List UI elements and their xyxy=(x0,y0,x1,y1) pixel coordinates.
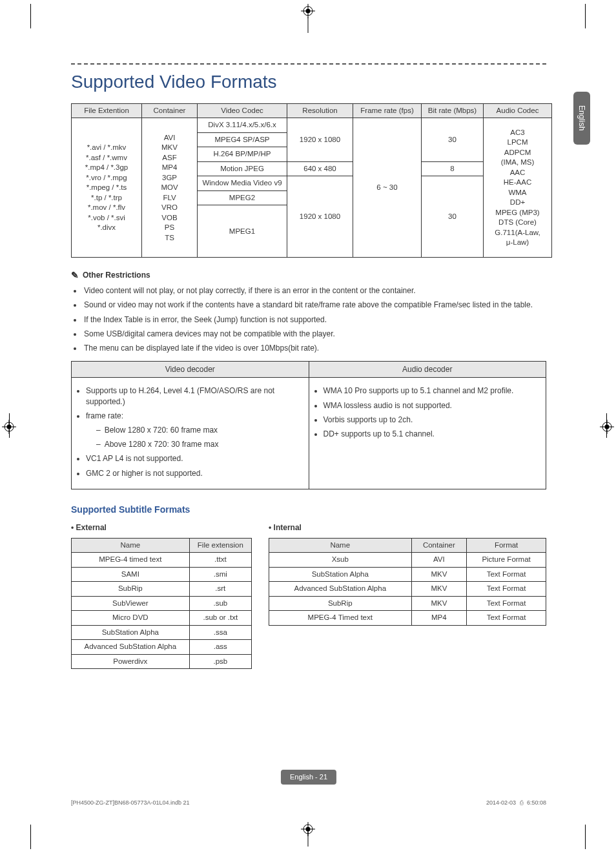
external-subtitle-column: External Name File extension MPEG-4 time… xyxy=(71,522,252,670)
table-cell: .smi xyxy=(189,567,251,582)
table-cell: AVI xyxy=(411,553,467,568)
registration-mark-icon xyxy=(301,822,315,836)
table-cell: MPEG-4 timed text xyxy=(72,553,190,568)
cell-container: AVI MKV ASF MP4 3GP MOV FLV VRO VOB PS T… xyxy=(142,118,198,258)
cell-codec: Motion JPEG xyxy=(198,161,287,176)
registration-mark-icon xyxy=(600,420,614,434)
footer-time: 6:50:08 xyxy=(527,799,546,807)
cell-bitrate-mj: 8 xyxy=(422,161,484,176)
table-cell: SAMI xyxy=(72,567,190,582)
table-cell: MKV xyxy=(411,567,467,582)
subtitle-section-title: Supported Subtitle Formats xyxy=(71,504,546,516)
list-item: Above 1280 x 720: 30 frame max xyxy=(96,439,302,449)
crop-mark xyxy=(308,17,309,33)
other-restrictions-heading: ✎Other Restrictions xyxy=(71,269,546,282)
table-cell: Picture Format xyxy=(467,553,546,568)
th-name: Name xyxy=(269,538,412,553)
print-icon: ⎙ xyxy=(520,799,523,807)
th-video-decoder: Video decoder xyxy=(72,362,309,378)
list-item: WMA lossless audio is not supported. xyxy=(323,400,540,411)
table-cell: Text Format xyxy=(467,582,546,597)
table-cell: Text Format xyxy=(467,596,546,611)
table-cell: SubRip xyxy=(72,582,190,597)
table-cell: SubStation Alpha xyxy=(269,567,412,582)
table-cell: Advanced SubStation Alpha xyxy=(72,640,190,655)
external-subtitle-table: Name File extension MPEG-4 timed text.tt… xyxy=(71,538,252,670)
cell-codec: MPEG2 xyxy=(198,190,287,205)
registration-mark-icon xyxy=(2,420,16,434)
cell-res-mj: 640 x 480 xyxy=(287,161,353,176)
list-item: If the Index Table is in error, the Seek… xyxy=(83,314,546,325)
external-label: External xyxy=(71,522,252,533)
table-cell: MP4 xyxy=(411,611,467,626)
list-item: GMC 2 or higher is not supported. xyxy=(86,468,302,478)
table-cell: Text Format xyxy=(467,567,546,582)
crop-mark xyxy=(30,825,31,849)
cell-codec: MPEG1 xyxy=(198,205,287,258)
list-item: VC1 AP L4 is not supported. xyxy=(86,453,302,464)
footer-indb: [PH4500-ZG-ZT]BN68-05773A-01L04.indb 21 xyxy=(71,799,190,807)
th-name: Name xyxy=(72,538,190,553)
table-cell: .sub or .txt xyxy=(189,611,251,626)
list-item: WMA 10 Pro supports up to 5.1 channel an… xyxy=(323,385,540,396)
restrictions-list: Video content will not play, or not play… xyxy=(83,285,546,353)
list-item-label: frame rate: xyxy=(86,411,123,420)
cell-bitrate-top: 30 xyxy=(422,118,484,162)
table-cell: .srt xyxy=(189,582,251,597)
list-item: Supports up to H.264, Level 4.1 (FMO/ASO… xyxy=(86,385,302,406)
table-cell: .ass xyxy=(189,640,251,655)
th-frame-rate: Frame rate (fps) xyxy=(353,103,422,118)
table-cell: .psb xyxy=(189,654,251,669)
list-item: The menu can be displayed late if the vi… xyxy=(83,343,546,353)
internal-subtitle-column: Internal Name Container Format XsubAVIPi… xyxy=(269,522,546,626)
page-number-label: English - 21 xyxy=(281,770,336,785)
footer-date: 2014-02-03 xyxy=(486,799,516,807)
crop-mark xyxy=(585,825,586,849)
other-restrictions-label: Other Restrictions xyxy=(83,271,150,280)
list-item: Sound or video may not work if the conte… xyxy=(83,300,546,310)
cell-frame-rate: 6 ~ 30 xyxy=(353,118,422,258)
th-container: Container xyxy=(142,103,198,118)
table-cell: SubRip xyxy=(269,596,412,611)
list-item: frame rate: Below 1280 x 720: 60 frame m… xyxy=(86,411,302,450)
table-cell: Powerdivx xyxy=(72,654,190,669)
th-container: Container xyxy=(411,538,467,553)
list-item: Below 1280 x 720: 60 frame max xyxy=(96,425,302,435)
note-icon: ✎ xyxy=(71,269,79,282)
list-item: Some USB/digital camera devices may not … xyxy=(83,329,546,339)
crop-mark xyxy=(585,4,586,28)
list-item: Vorbis supports up to 2ch. xyxy=(323,415,540,425)
list-item: Video content will not play, or not play… xyxy=(83,285,546,296)
subtitle-columns: External Name File extension MPEG-4 time… xyxy=(71,522,546,670)
cell-codec: MPEG4 SP/ASP xyxy=(198,132,287,147)
th-video-codec: Video Codec xyxy=(198,103,287,118)
decoder-table: Video decoder Audio decoder Supports up … xyxy=(71,361,546,489)
footer-datetime: 2014-02-03 ⎙ 6:50:08 xyxy=(486,799,546,807)
th-audio-decoder: Audio decoder xyxy=(309,362,546,378)
table-cell: Advanced SubStation Alpha xyxy=(269,582,412,597)
cell-audio-codec: AC3 LPCM ADPCM (IMA, MS) AAC HE-AAC WMA … xyxy=(484,118,552,258)
table-cell: .ttxt xyxy=(189,553,251,568)
registration-mark-icon xyxy=(301,4,315,18)
table-cell: .ssa xyxy=(189,625,251,640)
table-cell: Text Format xyxy=(467,611,546,626)
th-file-ext: File Extention xyxy=(72,103,142,118)
table-cell: Micro DVD xyxy=(72,611,190,626)
page: English Supported Video Formats File Ext… xyxy=(0,0,616,853)
page-title: Supported Video Formats xyxy=(71,70,546,94)
th-bit-rate: Bit rate (Mbps) xyxy=(422,103,484,118)
internal-label: Internal xyxy=(269,522,546,533)
cell-codec: Window Media Video v9 xyxy=(198,176,287,191)
cell-codec: DivX 3.11/4.x/5.x/6.x xyxy=(198,118,287,133)
cell-res-bot: 1920 x 1080 xyxy=(287,176,353,258)
cell-res-top: 1920 x 1080 xyxy=(287,118,353,162)
th-file-extension: File extension xyxy=(189,538,251,553)
cell-codec: H.264 BP/MP/HP xyxy=(198,147,287,162)
table-cell: SubStation Alpha xyxy=(72,625,190,640)
internal-subtitle-table: Name Container Format XsubAVIPicture For… xyxy=(269,538,546,626)
content-area: Supported Video Formats File Extention C… xyxy=(71,63,546,795)
table-cell: .sub xyxy=(189,596,251,611)
cell-audio-decoder: WMA 10 Pro supports up to 5.1 channel an… xyxy=(309,378,546,489)
table-cell: MKV xyxy=(411,596,467,611)
title-divider xyxy=(71,63,546,65)
